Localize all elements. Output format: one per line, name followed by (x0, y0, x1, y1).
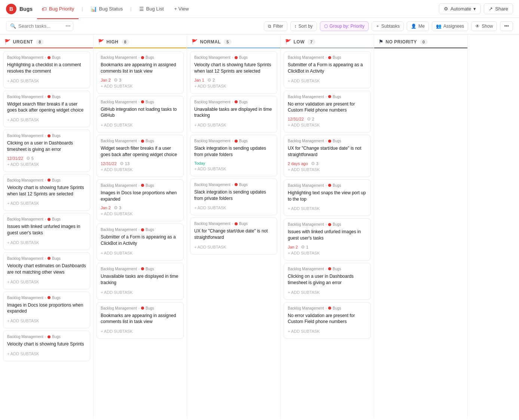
add-subtask-button[interactable]: + ADD SUBTASK (194, 122, 273, 128)
add-subtask-button[interactable]: + ADD SUBTASK (288, 289, 367, 296)
filter-button[interactable]: ⧉ Filter (264, 21, 287, 31)
tab-bug-list[interactable]: ☰ Bug List (135, 4, 168, 14)
space-name: Bugs (333, 267, 341, 271)
add-subtask-button[interactable]: + ADD SUBTASK (288, 328, 367, 335)
task-card[interactable]: Backlog Management › Bugs Clicking on a … (3, 130, 90, 172)
breadcrumb-arrow: › (45, 217, 46, 221)
task-card[interactable]: Backlog Management › Bugs Velocity chart… (3, 174, 90, 211)
add-subtask-button[interactable]: + ADD SUBTASK (101, 328, 180, 335)
space-dot (141, 307, 144, 310)
add-subtask-button[interactable]: + ADD SUBTASK (194, 244, 273, 250)
card-title: Highlighting a checklist in a comment re… (7, 62, 86, 74)
add-subtask-button[interactable]: + ADD SUBTASK (7, 77, 86, 84)
task-card[interactable]: Backlog Management › Bugs Submitter of a… (97, 223, 184, 261)
card-title: Images in Docs lose proportions when exp… (101, 190, 180, 203)
assignees-button[interactable]: 👥 Assignees (432, 21, 468, 31)
subtask-icon: ⚙ (307, 116, 311, 122)
task-card[interactable]: Backlog Management › Bugs Slack integrat… (190, 179, 277, 216)
add-subtask-button[interactable]: + ADD SUBTASK (7, 350, 86, 357)
column-urgent: 🚩 URGENT 8 Backlog Management › Bugs Hig… (0, 34, 94, 419)
task-card[interactable]: Backlog Management › Bugs Velocity chart… (190, 51, 277, 94)
column-name: NORMAL (200, 39, 221, 45)
task-card[interactable]: Backlog Management › Bugs Highlighting a… (3, 51, 90, 88)
task-card[interactable]: Backlog Management › Bugs Images in Docs… (3, 292, 90, 329)
space-dot (328, 267, 331, 270)
subtasks-button[interactable]: ⚬ Subtasks (372, 21, 404, 31)
group-by-button[interactable]: ⬡ Group by: Priority (320, 21, 369, 31)
card-meta: Backlog Management › Bugs (101, 228, 180, 232)
task-card[interactable]: Backlog Management › Bugs Unavailable ta… (190, 96, 277, 133)
add-subtask-button[interactable]: + ADD SUBTASK (101, 250, 180, 256)
card-footer: Jan 1⚙ 2 (194, 77, 273, 83)
task-card[interactable]: Backlog Management › Bugs Submitter of a… (284, 51, 371, 88)
add-subtask-button[interactable]: + ADD SUBTASK (101, 210, 180, 217)
column-name: URGENT (13, 39, 33, 45)
search-box[interactable]: 🔍 ••• (6, 21, 73, 31)
add-view-button[interactable]: + View (170, 4, 193, 14)
task-card[interactable]: Backlog Management › Bugs Issues with li… (284, 218, 371, 261)
add-subtask-button[interactable]: + ADD SUBTASK (101, 289, 180, 296)
show-button[interactable]: 👁 Show (471, 21, 497, 31)
add-subtask-button[interactable]: + ADD SUBTASK (194, 204, 273, 211)
bug-list-icon: ☰ (139, 6, 144, 12)
card-meta: Backlog Management › Bugs (194, 222, 273, 226)
task-card[interactable]: Backlog Management › Bugs Widget search … (97, 135, 184, 177)
automate-button[interactable]: ⚙ Automate ▾ (439, 3, 481, 14)
add-subtask-button[interactable]: + ADD SUBTASK (7, 116, 86, 123)
task-card[interactable]: Backlog Management › Bugs No error valid… (284, 91, 371, 133)
add-subtask-button[interactable]: + ADD SUBTASK (7, 200, 86, 207)
tab-bug-status[interactable]: 📊 Bug Status (86, 4, 128, 14)
project-name: Backlog Management (288, 139, 324, 143)
task-card[interactable]: Backlog Management › Bugs Images in Docs… (97, 179, 184, 222)
space-name: Bugs (146, 306, 154, 310)
task-card[interactable]: Backlog Management › Bugs No error valid… (284, 302, 371, 339)
task-card[interactable]: Backlog Management › Bugs Velocity chart… (3, 331, 90, 361)
space-name: Bugs (146, 139, 154, 143)
task-card[interactable]: Backlog Management › Bugs Bookmarks are … (97, 302, 184, 339)
search-input[interactable] (18, 23, 63, 29)
add-subtask-button[interactable]: + ADD SUBTASK (7, 161, 86, 168)
card-title: Slack integration is sending updates fro… (194, 189, 273, 202)
add-subtask-button[interactable]: + ADD SUBTASK (101, 83, 180, 89)
task-card[interactable]: Backlog Management › Bugs Clicking on a … (284, 263, 371, 300)
add-subtask-button[interactable]: + ADD SUBTASK (288, 205, 367, 212)
add-subtask-button[interactable]: + ADD SUBTASK (101, 166, 180, 173)
task-card[interactable]: Backlog Management › Bugs UX for "Change… (190, 217, 277, 255)
add-subtask-button[interactable]: + ADD SUBTASK (194, 83, 273, 89)
task-card[interactable]: Backlog Management › Bugs Widget search … (3, 91, 90, 128)
task-card[interactable]: Backlog Management › Bugs Velocity chart… (3, 252, 90, 289)
breadcrumb-arrow: › (138, 267, 140, 271)
column-count: 8 (122, 39, 129, 45)
task-card[interactable]: Backlog Management › Bugs UX for "Change… (284, 135, 371, 177)
task-card[interactable]: Backlog Management › Bugs Bookmarks are … (97, 51, 184, 94)
task-card[interactable]: Backlog Management › Bugs Issues with li… (3, 213, 90, 250)
column-name: HIGH (107, 39, 119, 45)
add-subtask-button[interactable]: + ADD SUBTASK (194, 165, 273, 172)
task-card[interactable]: Backlog Management › Bugs Slack integrat… (190, 135, 277, 176)
task-card[interactable]: Backlog Management › Bugs Unavailable ta… (97, 263, 184, 300)
add-subtask-button[interactable]: + ADD SUBTASK (288, 250, 367, 256)
task-card[interactable]: Backlog Management › Bugs Highlighting t… (284, 179, 371, 216)
me-button[interactable]: 👤 Me (407, 21, 429, 31)
sort-button[interactable]: ↕ Sort by (290, 21, 317, 31)
add-subtask-button[interactable]: + ADD SUBTASK (7, 317, 86, 324)
space-dot (328, 307, 331, 310)
add-subtask-button[interactable]: + ADD SUBTASK (288, 77, 367, 84)
task-card[interactable]: Backlog Management › Bugs GitHub integra… (97, 96, 184, 133)
add-subtask-button[interactable]: + ADD SUBTASK (7, 279, 86, 285)
add-subtask-button[interactable]: + ADD SUBTASK (7, 239, 86, 246)
card-date: 12/31/22 (288, 117, 304, 121)
add-subtask-button[interactable]: + ADD SUBTASK (101, 122, 180, 128)
more-toolbar-button[interactable]: ••• (500, 21, 513, 31)
add-subtask-button[interactable]: + ADD SUBTASK (288, 166, 367, 173)
card-meta: Backlog Management › Bugs (101, 267, 180, 271)
tab-bug-priority[interactable]: 🏷 Bug Priority (37, 4, 79, 14)
breadcrumb-arrow: › (326, 55, 327, 60)
project-name: Backlog Management (7, 178, 43, 182)
share-button[interactable]: ↗ Share (484, 3, 513, 14)
card-date: Jan 1 (194, 78, 204, 82)
top-nav: B Bugs 🏷 Bug Priority | 📊 Bug Status | ☰… (0, 0, 519, 18)
app-logo: B (6, 4, 16, 14)
add-subtask-button[interactable]: + ADD SUBTASK (288, 122, 367, 128)
more-options-icon[interactable]: ••• (65, 23, 71, 29)
